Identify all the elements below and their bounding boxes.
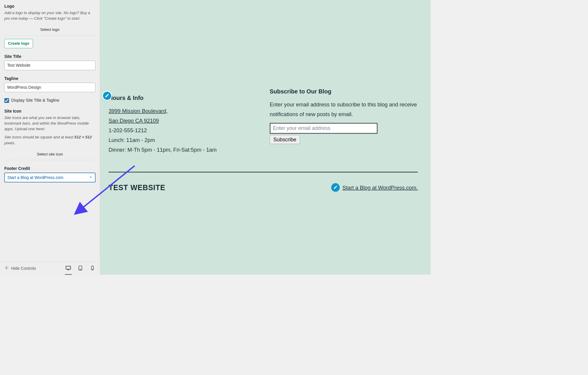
phone-number: 1-202-555-1212 xyxy=(109,127,147,133)
footer-credit: Start a Blog at WordPress.com. xyxy=(331,183,418,192)
site-icon-desc-1: Site Icons are what you see in browser t… xyxy=(4,115,96,132)
address-line-1[interactable]: 3999 Mission Boulevard, xyxy=(109,108,168,114)
svg-point-6 xyxy=(92,269,93,269)
logo-section: Logo Add a logo to display on your site.… xyxy=(4,4,96,48)
logo-title: Logo xyxy=(4,4,96,9)
select-site-icon-button[interactable]: Select site icon xyxy=(4,148,96,160)
footer-credit-label: Footer Credit xyxy=(4,166,96,171)
collapse-left-icon xyxy=(4,265,9,271)
logo-description: Add a logo to display on your site. No l… xyxy=(4,10,96,21)
desktop-icon xyxy=(66,265,71,271)
footer-divider xyxy=(109,172,418,173)
mobile-icon xyxy=(90,266,95,271)
svg-point-0 xyxy=(5,266,9,270)
site-title-section: Site Title xyxy=(4,54,96,70)
create-logo-button[interactable]: Create logo xyxy=(4,39,33,48)
select-logo-button[interactable]: Select logo xyxy=(4,24,96,36)
widget-edit-shortcut[interactable] xyxy=(102,91,112,101)
footer-credit-select[interactable]: Start a Blog at WordPress.com xyxy=(4,173,96,182)
display-title-tagline-label: Display Site Title & Tagline xyxy=(11,98,59,103)
subscribe-widget: Subscribe to Our Blog Enter your email a… xyxy=(270,95,418,155)
tagline-label: Tagline xyxy=(4,76,96,81)
tagline-section: Tagline xyxy=(4,76,96,92)
site-icon-desc-2: Site Icons should be square and at least… xyxy=(4,134,96,145)
hours-info-widget: Hours & Info 3999 Mission Boulevard, San… xyxy=(109,95,257,155)
site-title-label: Site Title xyxy=(4,54,96,59)
tablet-preview-button[interactable] xyxy=(77,265,84,272)
desktop-preview-button[interactable] xyxy=(65,265,71,272)
site-icon-title: Site Icon xyxy=(4,109,96,114)
pencil-icon xyxy=(333,184,338,190)
preview-footer-area: Hours & Info 3999 Mission Boulevard, San… xyxy=(109,95,418,192)
customizer-sidebar: Logo Add a logo to display on your site.… xyxy=(0,0,100,275)
site-title-input[interactable] xyxy=(4,61,96,70)
svg-rect-2 xyxy=(67,270,69,270)
sidebar-scroll: Logo Add a logo to display on your site.… xyxy=(0,0,100,262)
address-line-2[interactable]: San Diego CA 92109 xyxy=(109,118,159,124)
tagline-input[interactable] xyxy=(4,83,96,92)
tablet-icon xyxy=(78,265,83,271)
footer-bottom-row: TEST WEBSITE Start a Blog at WordPress.c… xyxy=(109,183,418,192)
subscribe-button[interactable]: Subscribe xyxy=(270,135,300,144)
hide-controls-button[interactable]: Hide Controls xyxy=(4,265,36,271)
svg-point-4 xyxy=(80,269,80,269)
hide-controls-label: Hide Controls xyxy=(11,266,36,271)
footer-credit-section: Footer Credit Start a Blog at WordPress.… xyxy=(4,166,96,182)
subscribe-body: Enter your email address to subscribe to… xyxy=(270,100,418,119)
pencil-icon xyxy=(105,93,109,98)
site-preview: Hours & Info 3999 Mission Boulevard, San… xyxy=(100,0,431,275)
hours-heading: Hours & Info xyxy=(109,95,257,101)
device-preview-switcher xyxy=(65,265,96,272)
credit-edit-shortcut[interactable] xyxy=(331,183,340,192)
hours-body: 3999 Mission Boulevard, San Diego CA 921… xyxy=(109,106,257,155)
customizer-footer-bar: Hide Controls xyxy=(0,262,100,275)
svg-rect-1 xyxy=(66,266,71,269)
site-icon-section: Site Icon Site Icons are what you see in… xyxy=(4,109,96,160)
footer-site-name: TEST WEBSITE xyxy=(109,183,165,192)
lunch-hours: Lunch: 11am - 2pm xyxy=(109,137,155,143)
mobile-preview-button[interactable] xyxy=(89,265,96,272)
display-title-tagline-checkbox[interactable] xyxy=(4,98,9,103)
subscribe-email-input[interactable] xyxy=(270,123,377,134)
footer-credit-link[interactable]: Start a Blog at WordPress.com. xyxy=(342,184,418,190)
dinner-hours: Dinner: M-Th 5pm - 11pm, Fri-Sat:5pm - 1… xyxy=(109,147,216,153)
display-toggle-row: Display Site Title & Tagline xyxy=(4,98,96,103)
subscribe-heading: Subscribe to Our Blog xyxy=(270,88,418,95)
